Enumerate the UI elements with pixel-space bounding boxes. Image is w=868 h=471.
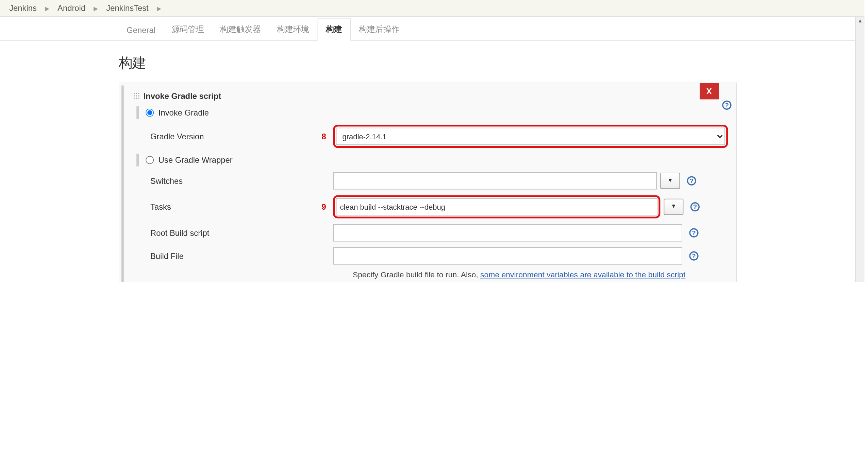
build-file-input[interactable] [333, 247, 682, 265]
tab-build[interactable]: 构建 [317, 18, 351, 41]
vertical-scrollbar[interactable]: ▲ ▼ [855, 17, 864, 282]
expand-switches-button[interactable]: ▼ [660, 173, 680, 189]
breadcrumb-item-jenkinstest[interactable]: JenkinsTest [100, 2, 154, 14]
tab-env[interactable]: 构建环境 [269, 18, 317, 40]
tab-post[interactable]: 构建后操作 [351, 18, 408, 40]
expand-tasks-button[interactable]: ▼ [664, 199, 684, 215]
scroll-up-icon[interactable]: ▲ [856, 17, 865, 26]
switches-label: Switches [133, 176, 318, 186]
tab-scm[interactable]: 源码管理 [164, 18, 212, 40]
delete-step-button[interactable]: X [699, 83, 719, 100]
tab-general[interactable]: General [119, 20, 164, 40]
tasks-label: Tasks [133, 202, 318, 211]
drag-handle-icon[interactable] [133, 92, 140, 99]
chevron-right-icon: ▶ [43, 5, 52, 11]
build-file-description: Specify Gradle build file to run. Also, … [353, 271, 728, 279]
env-vars-link[interactable]: some environment variables are available… [480, 271, 685, 279]
switches-input[interactable] [333, 172, 657, 190]
highlight-box-8: gradle-2.14.1 [333, 125, 728, 148]
section-title: 构建 [119, 41, 737, 83]
gradle-version-select[interactable]: gradle-2.14.1 [336, 128, 725, 145]
tab-trigger[interactable]: 构建触发器 [212, 18, 269, 40]
radio-use-wrapper[interactable] [146, 156, 154, 164]
help-icon[interactable]: ? [690, 202, 700, 211]
build-file-label: Build File [133, 251, 318, 261]
accent-bar [136, 106, 139, 119]
help-icon[interactable]: ? [689, 251, 698, 261]
tasks-input[interactable] [336, 198, 657, 215]
annotation-9: 9 [318, 202, 326, 211]
highlight-box-9 [333, 195, 660, 219]
help-icon[interactable]: ? [687, 176, 696, 186]
invoke-gradle-block: X ? Invoke Gradle script Invoke Gradle G… [119, 83, 737, 282]
root-build-script-label: Root Build script [133, 228, 318, 238]
chevron-right-icon: ▶ [154, 5, 164, 11]
config-tabs: General 源码管理 构建触发器 构建环境 构建 构建后操作 [0, 17, 855, 41]
radio-use-wrapper-label: Use Gradle Wrapper [158, 155, 233, 164]
accent-bar [136, 154, 139, 166]
annotation-8: 8 [318, 132, 326, 141]
block-accent [121, 86, 124, 282]
breadcrumb-item-android[interactable]: Android [52, 2, 91, 14]
breadcrumb: Jenkins ▶ Android ▶ JenkinsTest ▶ [0, 0, 865, 17]
gradle-version-label: Gradle Version [133, 132, 318, 141]
radio-invoke-gradle-label: Invoke Gradle [158, 108, 209, 117]
root-build-script-input[interactable] [333, 224, 682, 242]
block-title: Invoke Gradle script [144, 91, 221, 101]
breadcrumb-item-jenkins[interactable]: Jenkins [3, 2, 43, 14]
help-icon[interactable]: ? [722, 101, 731, 110]
help-icon[interactable]: ? [689, 228, 698, 238]
radio-invoke-gradle[interactable] [146, 109, 154, 117]
chevron-right-icon: ▶ [91, 5, 100, 11]
